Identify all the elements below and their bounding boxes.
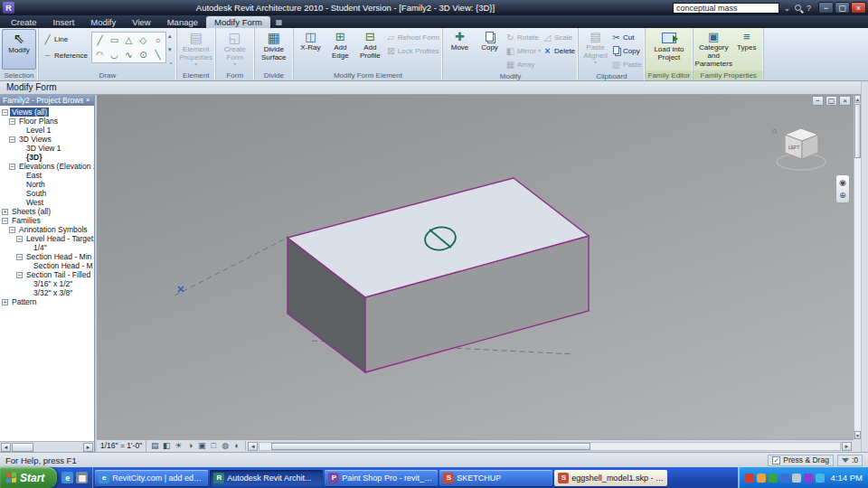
tray-icon[interactable] — [769, 474, 778, 483]
tab-manage[interactable]: Manage — [159, 16, 206, 28]
project-browser-caption[interactable]: Family2 - Project Browser × — [0, 95, 94, 106]
tree-item[interactable]: South — [0, 189, 94, 198]
delete-button[interactable]: × Delete — [542, 44, 576, 57]
rehost-form-button[interactable]: ▱ Rehost Form — [385, 31, 440, 43]
tray-icon[interactable] — [816, 474, 825, 483]
xray-button[interactable]: ◫ X-Ray — [296, 29, 326, 70]
tree-item[interactable]: −Views (all) — [0, 108, 94, 117]
temporary-hide-isolate-icon[interactable]: ◍ — [220, 441, 231, 451]
tree-item[interactable]: North — [0, 180, 94, 189]
tray-icon[interactable] — [780, 474, 789, 483]
doc-restore-button[interactable]: ▢ — [826, 96, 837, 106]
gallery-scroll-up-icon[interactable]: ▴ — [168, 33, 174, 40]
line-button[interactable]: ╱ Line — [42, 33, 89, 45]
gallery-expand-icon[interactable]: ⌄ — [168, 59, 174, 66]
show-crop-region-icon[interactable]: □ — [208, 441, 219, 451]
tab-insert[interactable]: Insert — [45, 16, 83, 28]
tree-item[interactable]: −Annotation Symbols — [0, 225, 94, 234]
reference-line[interactable] — [175, 239, 286, 296]
model-graphics-style-icon[interactable]: ◧ — [161, 441, 172, 451]
shadows-icon[interactable]: ☀ — [173, 441, 184, 451]
array-button[interactable]: ▦ Array — [505, 58, 542, 70]
tree-item[interactable]: −Elevations (Elevation 1 — [0, 162, 94, 171]
tree-item[interactable]: East — [0, 171, 94, 180]
draw-line-icon[interactable]: ╱ — [93, 33, 107, 47]
tab-modify[interactable]: Modify — [82, 16, 124, 28]
scroll-up-icon[interactable]: ▲ — [854, 95, 861, 103]
copy-button[interactable]: Copy — [475, 29, 505, 70]
tree-expander-icon[interactable]: − — [16, 236, 23, 242]
viewcube-face-label[interactable]: LEFT — [788, 145, 799, 150]
draw-circumscribed-polygon-icon[interactable]: ◇ — [137, 33, 150, 47]
viewcube-home-icon[interactable]: ⌂ — [772, 127, 777, 135]
taskbar-button[interactable]: Seggshell_model1.skp - Sk... — [554, 470, 667, 486]
tree-item[interactable]: Level 1 — [0, 126, 94, 135]
tree-item[interactable]: −Level Head - Target — [0, 234, 94, 243]
category-and-parameters-button[interactable]: ▣ Category and Parameters — [695, 29, 731, 70]
add-profile-button[interactable]: ⊟ Add Profile — [355, 29, 385, 70]
tree-expander-icon[interactable]: − — [9, 118, 15, 125]
tree-expander-icon[interactable]: + — [2, 209, 8, 215]
paste-aligned-button[interactable]: ▤ Paste Aligned ▾ — [580, 29, 610, 70]
tree-expander-icon[interactable]: − — [9, 164, 15, 170]
reveal-hidden-elements-icon[interactable]: ◐ — [231, 441, 242, 451]
taskbar-button[interactable]: SSKETCHUP — [439, 470, 552, 486]
reference-button[interactable]: ┄ Reference — [42, 49, 89, 61]
modify-button[interactable]: ⇖ Modify — [2, 29, 36, 70]
scroll-right-icon[interactable]: ► — [842, 442, 852, 451]
scrollbar-thumb[interactable] — [854, 104, 861, 158]
tree-item[interactable]: 1/4" — [0, 243, 94, 252]
tab-view[interactable]: View — [124, 16, 158, 28]
gallery-scroll-down-icon[interactable]: ▾ — [168, 46, 174, 53]
view-scale-button[interactable]: 1/16" = 1'-0" — [97, 440, 146, 452]
draw-rectangle-icon[interactable]: ▭ — [108, 33, 121, 47]
3d-viewport[interactable]: LEFT ⌂ — [97, 95, 854, 439]
scroll-right-icon[interactable]: ► — [83, 443, 93, 452]
search-scope-icon[interactable]: ⌄ — [782, 4, 792, 13]
tray-icon[interactable] — [792, 474, 801, 483]
mirror-button[interactable]: ◧ Mirror ▾ — [505, 44, 542, 57]
press-drag-toggle[interactable]: ✓ Press & Drag — [768, 455, 834, 466]
doc-close-button[interactable]: × — [839, 96, 851, 106]
draw-inscribed-polygon-icon[interactable]: △ — [122, 33, 136, 47]
create-form-button[interactable]: ◱ Create Form ▾ — [218, 29, 252, 70]
tree-expander-icon[interactable]: − — [9, 136, 15, 143]
tree-item[interactable]: −Families — [0, 216, 94, 225]
render-dialog-icon[interactable]: ◑ — [184, 441, 195, 451]
move-button[interactable]: ✚ Move — [445, 29, 475, 70]
tree-expander-icon[interactable]: − — [16, 254, 23, 260]
drawing-area[interactable]: LEFT ⌂ − ▢ × ◉⊕ — [97, 95, 854, 439]
scroll-left-icon[interactable]: ◄ — [248, 442, 258, 451]
tab-modify-form[interactable]: Modify Form — [206, 16, 270, 28]
ribbon-state-icon[interactable]: ▦ — [276, 18, 283, 26]
tab-create[interactable]: Create — [3, 16, 45, 28]
scrollbar-thumb[interactable] — [12, 443, 33, 452]
help-icon[interactable]: ? — [804, 4, 814, 13]
maximize-button[interactable]: ▢ — [835, 2, 850, 14]
start-button[interactable]: Start — [0, 467, 57, 488]
tree-item[interactable]: 3/16" x 1/2" — [0, 279, 94, 288]
paste-button[interactable]: ▥ Paste — [610, 58, 642, 70]
tray-icon[interactable] — [757, 474, 766, 483]
tree-item[interactable]: 3D View 1 — [0, 144, 94, 153]
draw-ellipse-icon[interactable]: ⊙ — [137, 48, 150, 61]
tree-item[interactable]: +Pattern — [0, 297, 94, 306]
scroll-left-icon[interactable]: ◄ — [1, 443, 11, 452]
tree-expander-icon[interactable]: − — [2, 109, 8, 116]
tree-item[interactable]: −Floor Plans — [0, 117, 94, 126]
search-icon[interactable] — [795, 5, 801, 11]
detail-level-icon[interactable]: ▤ — [149, 441, 160, 451]
steering-wheel-icon[interactable]: ◉ — [839, 178, 846, 187]
cut-button[interactable]: ✂ Cut — [610, 31, 642, 43]
tree-item[interactable]: 3/32" x 3/8" — [0, 288, 94, 297]
show-desktop-icon[interactable]: ▤ — [76, 472, 88, 483]
project-browser-close-icon[interactable]: × — [83, 95, 92, 106]
close-button[interactable]: × — [851, 2, 866, 14]
add-edge-button[interactable]: ⊞ Add Edge — [326, 29, 355, 70]
tree-expander-icon[interactable]: − — [16, 272, 23, 278]
draw-fillet-arc-icon[interactable]: ◡ — [108, 48, 121, 61]
tree-expander-icon[interactable]: − — [2, 218, 8, 224]
rotate-button[interactable]: ↻ Rotate — [505, 31, 542, 43]
scroll-down-icon[interactable]: ▼ — [854, 431, 861, 439]
help-search-input[interactable] — [673, 3, 779, 14]
